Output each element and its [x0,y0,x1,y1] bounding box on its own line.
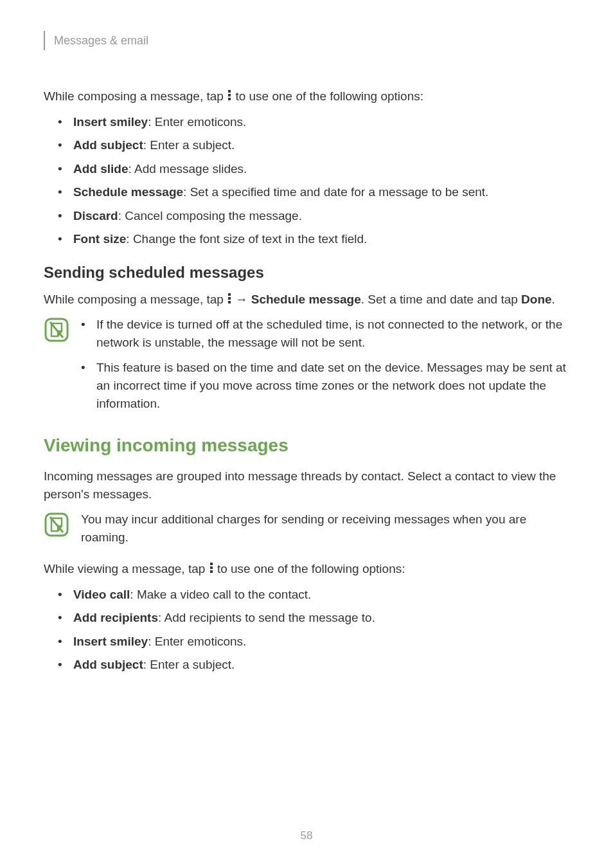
note-text: This feature is based on the time and da… [96,361,566,410]
list-item: This feature is based on the time and da… [81,359,569,412]
option-name: Add slide [73,162,129,176]
sched-arrow: → [232,293,251,306]
breadcrumb: Messages & email [54,34,148,48]
option-name: Insert smiley [73,115,148,129]
list-item: Video call: Make a video call to the con… [58,586,569,604]
list-item: Font size: Change the font size of text … [58,230,569,248]
intro1-pre: While composing a message, tap [44,89,227,103]
header-bar [44,31,45,50]
sched-mid: . Set a time and date and tap [361,293,521,306]
option-name: Schedule message [73,185,183,199]
option-desc: : Set a specified time and date for a me… [183,185,488,199]
incoming-paragraph: Incoming messages are grouped into messa… [44,467,569,503]
subheading-scheduled: Sending scheduled messages [44,264,569,282]
option-desc: : Enter emoticons. [148,115,246,129]
sched-pre: While composing a message, tap [44,293,227,306]
intro2-post: to use one of the following options: [214,562,405,575]
list-item: Add slide: Add message slides. [58,160,569,178]
more-options-icon [228,293,231,305]
more-options-icon [210,563,213,574]
page-number: 58 [0,829,613,842]
intro1-post: to use one of the following options: [232,89,423,103]
option-desc: : Cancel composing the message. [118,209,302,222]
list-item: Add subject: Enter a subject. [58,656,569,674]
sched-b1: Schedule message [251,293,361,306]
option-desc: : Enter emoticons. [148,635,246,648]
intro2-pre: While viewing a message, tap [44,562,209,575]
sched-end: . [552,293,555,306]
option-name: Video call [73,588,130,601]
list-item: Insert smiley: Enter emoticons. [58,113,569,131]
list-item: Add recipients: Add recipients to send t… [58,609,569,627]
sched-b2: Done [521,293,552,306]
list-item: Add subject: Enter a subject. [58,136,569,154]
scheduled-paragraph: While composing a message, tap → Schedul… [44,291,569,309]
option-desc: : Add recipients to send the message to. [158,611,375,624]
option-desc: : Change the font size of text in the te… [126,232,367,246]
option-desc: : Enter a subject. [143,138,235,152]
option-name: Add subject [73,658,143,671]
intro-paragraph-2: While viewing a message, tap to use one … [44,560,569,578]
option-name: Add subject [73,138,143,152]
option-name: Discard [73,209,118,222]
option-name: Add recipients [73,611,158,624]
note-text: If the device is turned off at the sched… [96,318,562,349]
option-desc: : Make a video call to the contact. [130,588,311,601]
section-heading-viewing: Viewing incoming messages [44,435,569,456]
option-desc: : Add message slides. [129,162,247,176]
options-list-1: Insert smiley: Enter emoticons. Add subj… [58,113,569,248]
note-icon [44,512,69,540]
list-item: Insert smiley: Enter emoticons. [58,633,569,651]
intro-paragraph-1: While composing a message, tap to use on… [44,87,569,105]
option-desc: : Enter a subject. [143,658,235,671]
note-list-1: If the device is turned off at the sched… [81,316,569,420]
option-name: Font size [73,232,126,246]
page-header: Messages & email [44,31,569,50]
list-item: Schedule message: Set a specified time a… [58,183,569,201]
option-name: Insert smiley [73,635,148,648]
note-icon [44,317,69,345]
list-item: Discard: Cancel composing the message. [58,207,569,225]
note-paragraph-2: You may incur additional charges for sen… [81,511,569,546]
options-list-2: Video call: Make a video call to the con… [58,586,569,674]
note-block-2: You may incur additional charges for sen… [44,511,569,546]
list-item: If the device is turned off at the sched… [81,316,569,351]
note-block-1: If the device is turned off at the sched… [44,316,569,420]
document-page: Messages & email While composing a messa… [0,0,613,868]
more-options-icon [228,90,231,102]
